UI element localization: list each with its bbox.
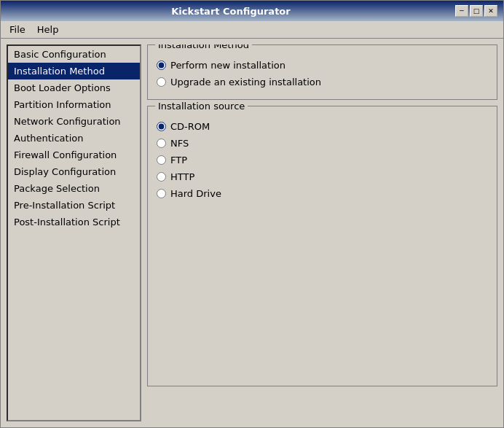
menu-bar: File Help: [1, 21, 503, 39]
radio-cdrom-label: CD-ROM: [170, 121, 210, 132]
radio-ftp-input[interactable]: [157, 155, 166, 165]
radio-upgrade-existing-input[interactable]: [157, 77, 166, 87]
sidebar-item-package-selection[interactable]: Package Selection: [8, 180, 140, 197]
radio-cdrom[interactable]: CD-ROM: [157, 118, 488, 135]
sidebar-item-display-configuration[interactable]: Display Configuration: [8, 163, 140, 180]
radio-ftp[interactable]: FTP: [157, 152, 488, 168]
radio-http-input[interactable]: [157, 172, 166, 182]
sidebar-item-authentication[interactable]: Authentication: [8, 130, 140, 147]
bottom-area: [147, 392, 497, 421]
installation-source-title: Installation source: [155, 101, 248, 112]
main-window: Kickstart Configurator ─ □ ✕ File Help B…: [0, 0, 504, 428]
sidebar: Basic Configuration Installation Method …: [7, 44, 141, 421]
installation-method-group: Installation Method Perform new installa…: [147, 44, 497, 100]
content-area: Basic Configuration Installation Method …: [1, 39, 503, 427]
radio-nfs-label: NFS: [170, 138, 189, 149]
radio-nfs-input[interactable]: [157, 139, 166, 148]
sidebar-item-boot-loader-options[interactable]: Boot Loader Options: [8, 79, 140, 96]
installation-source-group: Installation source CD-ROM NFS FTP: [147, 106, 497, 386]
radio-http-label: HTTP: [170, 171, 194, 182]
radio-upgrade-existing[interactable]: Upgrade an existing installation: [157, 74, 488, 90]
radio-upgrade-existing-label: Upgrade an existing installation: [170, 77, 321, 87]
sidebar-item-installation-method[interactable]: Installation Method: [8, 63, 140, 79]
radio-http[interactable]: HTTP: [157, 168, 488, 185]
maximize-button[interactable]: □: [470, 5, 483, 17]
radio-hard-drive[interactable]: Hard Drive: [157, 185, 488, 202]
sidebar-item-firewall-configuration[interactable]: Firewall Configuration: [8, 147, 140, 163]
main-panel: Installation Method Perform new installa…: [147, 44, 497, 421]
sidebar-item-basic-configuration[interactable]: Basic Configuration: [8, 46, 140, 63]
sidebar-item-pre-installation-script[interactable]: Pre-Installation Script: [8, 197, 140, 214]
radio-ftp-label: FTP: [170, 155, 187, 166]
installation-method-title: Installation Method: [155, 44, 252, 50]
minimize-button[interactable]: ─: [455, 5, 468, 17]
window-controls: ─ □ ✕: [455, 5, 497, 17]
radio-perform-new-input[interactable]: [157, 61, 166, 70]
radio-perform-new-label: Perform new installation: [170, 60, 286, 71]
radio-perform-new[interactable]: Perform new installation: [157, 57, 488, 74]
radio-nfs[interactable]: NFS: [157, 135, 488, 152]
title-bar: Kickstart Configurator ─ □ ✕: [1, 1, 503, 21]
menu-file[interactable]: File: [4, 23, 31, 36]
radio-cdrom-input[interactable]: [157, 122, 166, 131]
radio-hard-drive-label: Hard Drive: [170, 188, 221, 199]
window-title: Kickstart Configurator: [7, 6, 455, 17]
close-button[interactable]: ✕: [484, 5, 497, 17]
radio-hard-drive-input[interactable]: [157, 189, 166, 198]
sidebar-item-partition-information[interactable]: Partition Information: [8, 96, 140, 113]
menu-help[interactable]: Help: [31, 23, 65, 36]
sidebar-item-network-configuration[interactable]: Network Configuration: [8, 113, 140, 130]
sidebar-item-post-installation-script[interactable]: Post-Installation Script: [8, 214, 140, 230]
